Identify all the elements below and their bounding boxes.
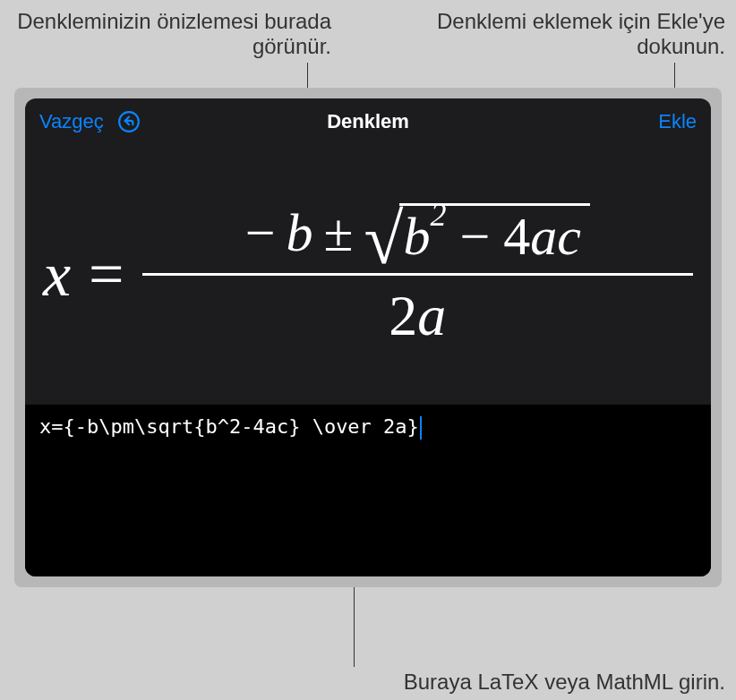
callout-preview: Denkleminizin önizlemesi burada görünür. bbox=[0, 0, 331, 59]
callout-insert-text: Denklemi eklemek için Ekle'ye dokunun. bbox=[437, 9, 725, 58]
header-left-group: Vazgeç bbox=[39, 109, 141, 134]
num-4: 4 bbox=[503, 207, 530, 266]
var-c: c bbox=[557, 207, 581, 266]
sqrt-radicand: b2 − 4ac bbox=[399, 203, 589, 268]
equation-dialog: Vazgeç Denklem Ekle x = −b bbox=[25, 98, 711, 576]
var-a: a bbox=[417, 284, 446, 347]
callout-preview-text: Denkleminizin önizlemesi burada görünür. bbox=[17, 9, 331, 58]
equation-lhs: x bbox=[43, 239, 71, 311]
callout-insert: Denklemi eklemek için Ekle'ye dokunun. bbox=[394, 0, 725, 59]
var-b: b bbox=[287, 202, 313, 264]
equation-fraction: −b ± √ b2 − 4ac 2a bbox=[142, 201, 693, 349]
insert-button[interactable]: Ekle bbox=[658, 110, 697, 133]
num-2: 2 bbox=[389, 284, 417, 347]
latex-input-area[interactable]: x={-b\pm\sqrt{b^2-4ac} \over 2a} bbox=[25, 405, 711, 576]
plus-minus-sign: ± bbox=[324, 202, 354, 264]
callout-input-text: Buraya LaTeX veya MathML girin. bbox=[404, 670, 725, 694]
equation-numerator: −b ± √ b2 − 4ac bbox=[236, 201, 599, 273]
minus-sign: − bbox=[245, 202, 276, 264]
minus-sign: − bbox=[459, 207, 490, 266]
cancel-button[interactable]: Vazgeç bbox=[39, 110, 104, 133]
sqrt-expression: √ b2 − 4ac bbox=[364, 201, 589, 266]
undo-icon[interactable] bbox=[116, 109, 141, 134]
callout-input: Buraya LaTeX veya MathML girin. bbox=[349, 670, 725, 695]
sqrt-icon: √ bbox=[364, 209, 403, 269]
dialog-backdrop: Vazgeç Denklem Ekle x = −b bbox=[14, 88, 722, 587]
equation-denominator: 2a bbox=[389, 276, 446, 349]
text-cursor bbox=[420, 416, 422, 440]
exponent-2: 2 bbox=[430, 197, 446, 233]
equation-preview-area: x = −b ± √ b2 − 4ac bbox=[25, 145, 711, 405]
var-b: b bbox=[403, 207, 430, 266]
dialog-header: Vazgeç Denklem Ekle bbox=[25, 98, 711, 145]
equation-equals: = bbox=[89, 239, 124, 311]
dialog-title: Denklem bbox=[327, 110, 409, 133]
equation-preview: x = −b ± √ b2 − 4ac bbox=[43, 201, 693, 349]
var-a: a bbox=[530, 207, 557, 266]
latex-input[interactable]: x={-b\pm\sqrt{b^2-4ac} \over 2a} bbox=[39, 415, 419, 438]
